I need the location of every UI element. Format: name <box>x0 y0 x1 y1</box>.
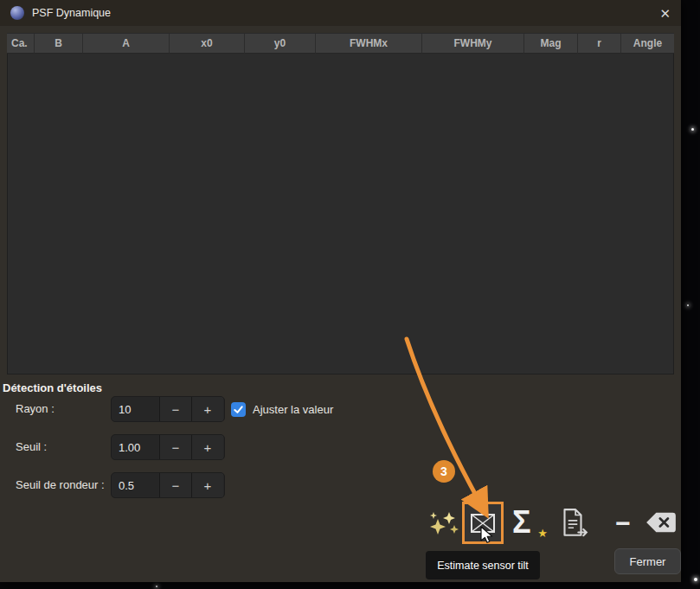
titlebar[interactable]: PSF Dynamique ✕ <box>0 0 681 26</box>
clear-all-button[interactable] <box>645 510 678 535</box>
psf-dynamic-dialog: PSF Dynamique ✕ Ca. B A x0 y0 FWHMx FWHM… <box>0 0 681 582</box>
bright-star <box>691 128 694 131</box>
section-title: Détection d'étoiles <box>3 381 102 394</box>
column-header-y0[interactable]: y0 <box>245 34 316 54</box>
seuil-spinner: 1.00 − + <box>111 434 225 460</box>
export-list-button[interactable] <box>556 506 590 541</box>
checkmark-icon <box>233 404 244 415</box>
bright-star <box>156 586 157 587</box>
seuil-rondeur-decrement-button[interactable]: − <box>159 473 191 497</box>
backspace-clear-icon <box>645 511 677 534</box>
close-icon[interactable]: ✕ <box>659 7 671 20</box>
detect-stars-button[interactable] <box>426 506 460 541</box>
row-rayon: Rayon : 10 − + Ajuster la valeur <box>16 396 681 422</box>
seuil-rondeur-spinner: 0.5 − + <box>111 472 225 498</box>
bright-star <box>687 304 689 306</box>
tooltip: Estimate sensor tilt <box>426 551 540 579</box>
close-dialog-button[interactable]: Fermer <box>614 548 681 574</box>
seuil-decrement-button[interactable]: − <box>159 435 191 459</box>
rayon-increment-button[interactable]: + <box>191 397 223 421</box>
mouse-cursor <box>479 526 497 545</box>
adjust-value-checkbox[interactable] <box>231 402 246 417</box>
step-badge: 3 <box>433 460 455 483</box>
row-seuil-rondeur: Seuil de rondeur : 0.5 − + <box>16 472 681 498</box>
window-title: PSF Dynamique <box>32 7 111 19</box>
star-cluster-icon <box>426 508 460 539</box>
table-body-empty[interactable] <box>7 54 674 375</box>
seuil-rondeur-increment-button[interactable]: + <box>191 473 223 497</box>
rayon-spinner: 10 − + <box>111 396 225 422</box>
sigma-star-icon: ★ <box>537 527 548 540</box>
stars-table: Ca. B A x0 y0 FWHMx FWHMy Mag r Angle <box>7 33 674 375</box>
seuil-rondeur-label: Seuil de rondeur : <box>16 472 105 498</box>
remove-star-button[interactable]: − <box>610 506 636 541</box>
rayon-decrement-button[interactable]: − <box>159 397 191 421</box>
column-header-b[interactable]: B <box>35 34 83 54</box>
column-header-a[interactable]: A <box>83 34 170 54</box>
column-header-angle[interactable]: Angle <box>621 34 674 54</box>
export-document-icon <box>556 507 589 540</box>
seuil-value[interactable]: 1.00 <box>112 435 159 459</box>
seuil-increment-button[interactable]: + <box>191 435 223 459</box>
column-header-x0[interactable]: x0 <box>170 34 245 54</box>
seuil-label: Seuil : <box>16 434 47 460</box>
rayon-value[interactable]: 10 <box>112 397 159 421</box>
app-icon <box>10 6 24 20</box>
seuil-rondeur-value[interactable]: 0.5 <box>112 473 159 497</box>
column-header-mag[interactable]: Mag <box>524 34 578 54</box>
column-header-fwhmy[interactable]: FWHMy <box>422 34 524 54</box>
column-header-fwhmx[interactable]: FWHMx <box>316 34 422 54</box>
average-stars-button[interactable]: Σ ★ <box>512 504 542 541</box>
column-header-r[interactable]: r <box>578 34 621 54</box>
bright-star <box>694 578 697 581</box>
row-seuil: Seuil : 1.00 − + <box>16 434 681 460</box>
table-header: Ca. B A x0 y0 FWHMx FWHMy Mag r Angle <box>7 33 674 54</box>
rayon-label: Rayon : <box>16 396 55 422</box>
column-header-ca[interactable]: Ca. <box>7 34 35 54</box>
sigma-icon: Σ <box>512 504 531 540</box>
adjust-value-label: Ajuster la valeur <box>253 403 333 416</box>
adjust-value-group: Ajuster la valeur <box>231 396 333 422</box>
